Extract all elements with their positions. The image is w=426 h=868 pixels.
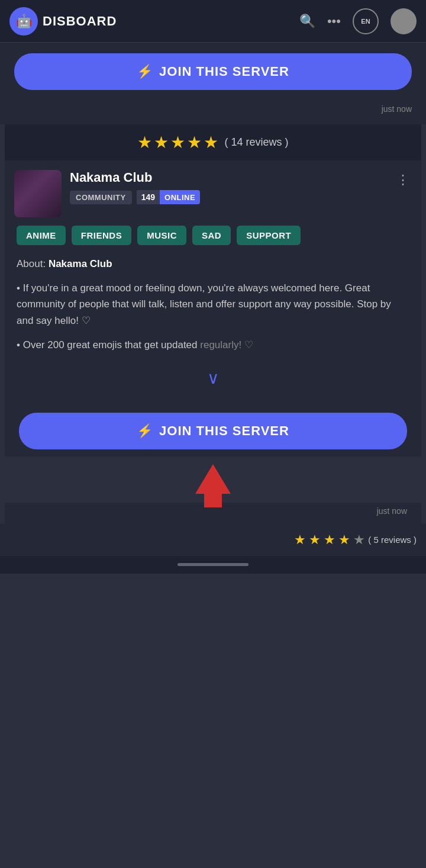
online-label: ONLINE xyxy=(160,191,200,204)
more-icon[interactable]: ••• xyxy=(327,14,341,29)
logo-text: DISBOARD xyxy=(43,14,117,29)
server-name: Nakama Club xyxy=(70,170,386,185)
app-header: 🤖 DISBOARD 🔍 ••• EN xyxy=(0,0,426,43)
review-count: ( 14 reviews ) xyxy=(224,136,288,149)
server-tags-row: COMMUNITY 149 ONLINE xyxy=(70,190,386,204)
star-5: ★ xyxy=(204,133,218,152)
header-icons: 🔍 ••• EN xyxy=(299,8,417,34)
server-meta: Nakama Club COMMUNITY 149 ONLINE xyxy=(70,170,386,204)
tag-friends[interactable]: FRIENDS xyxy=(72,226,131,245)
next-card-stars: ★ ★ ★ ★ ★ ( 5 reviews ) xyxy=(294,532,417,548)
star-3: ★ xyxy=(170,133,185,152)
top-timestamp: just now xyxy=(0,101,426,124)
home-bar xyxy=(178,563,248,566)
top-join-section: ⚡ JOIN THIS SERVER xyxy=(0,43,426,101)
bottom-join-section: ⚡ JOIN THIS SERVER xyxy=(5,402,421,456)
join-icon-bottom: ⚡ xyxy=(137,423,153,439)
about-text-faded: regularly! ♡ xyxy=(200,339,253,351)
top-join-button[interactable]: ⚡ JOIN THIS SERVER xyxy=(14,53,412,90)
star-1: ★ xyxy=(137,133,152,152)
join-icon-top: ⚡ xyxy=(137,64,153,79)
logo-area: 🤖 DISBOARD xyxy=(9,7,299,36)
tag-music[interactable]: MUSIC xyxy=(137,226,186,245)
next-star-1: ★ xyxy=(294,532,306,548)
logo-icon: 🤖 xyxy=(9,7,38,36)
user-avatar[interactable] xyxy=(390,8,417,34)
next-star-2: ★ xyxy=(309,532,321,548)
server-header: Nakama Club COMMUNITY 149 ONLINE ⋮ xyxy=(14,170,412,217)
bottom-join-button[interactable]: ⚡ JOIN THIS SERVER xyxy=(19,413,407,449)
tag-support[interactable]: SUPPORT xyxy=(237,226,301,245)
rating-row: ★ ★ ★ ★ ★ ( 14 reviews ) xyxy=(5,124,421,160)
topic-tags: ANIME FRIENDS MUSIC SAD SUPPORT xyxy=(14,226,412,245)
star-4: ★ xyxy=(187,133,202,152)
star-rating: ★ ★ ★ ★ ★ xyxy=(137,133,218,152)
about-label: About: Nakama Club xyxy=(17,256,409,272)
next-star-3: ★ xyxy=(324,532,335,548)
online-count-badge: 149 ONLINE xyxy=(137,190,200,204)
tag-anime[interactable]: ANIME xyxy=(17,226,66,245)
next-star-5: ★ xyxy=(353,532,365,548)
svg-marker-0 xyxy=(195,464,231,507)
next-review-count: ( 5 reviews ) xyxy=(368,535,417,545)
star-2: ★ xyxy=(154,133,169,152)
expand-row: ∨ xyxy=(14,361,412,393)
server-card: ★ ★ ★ ★ ★ ( 14 reviews ) Nakama Club COM… xyxy=(5,124,421,524)
next-card-preview: ★ ★ ★ ★ ★ ( 5 reviews ) xyxy=(0,524,426,556)
category-tag: COMMUNITY xyxy=(70,191,132,204)
language-button[interactable]: EN xyxy=(353,8,379,34)
server-info-block: Nakama Club COMMUNITY 149 ONLINE ⋮ ANIME… xyxy=(5,160,421,402)
home-indicator xyxy=(0,556,426,574)
about-body: • If you're in a great mood or feeling d… xyxy=(17,280,409,353)
search-icon[interactable]: 🔍 xyxy=(299,14,315,29)
about-section: About: Nakama Club • If you're in a grea… xyxy=(14,256,412,353)
expand-icon[interactable]: ∨ xyxy=(207,368,220,388)
about-text-2: • Over 200 great emojis that get updated… xyxy=(17,337,409,353)
server-thumbnail-image xyxy=(14,170,62,217)
server-more-button[interactable]: ⋮ xyxy=(394,170,412,190)
arrow-indicator xyxy=(5,461,421,509)
server-thumbnail xyxy=(14,170,62,217)
tag-sad[interactable]: SAD xyxy=(192,226,231,245)
next-star-4: ★ xyxy=(338,532,350,548)
about-server-name: Nakama Club xyxy=(49,258,112,269)
red-arrow-svg xyxy=(192,461,234,509)
online-number: 149 xyxy=(137,190,160,204)
about-text-1: • If you're in a great mood or feeling d… xyxy=(17,280,409,329)
